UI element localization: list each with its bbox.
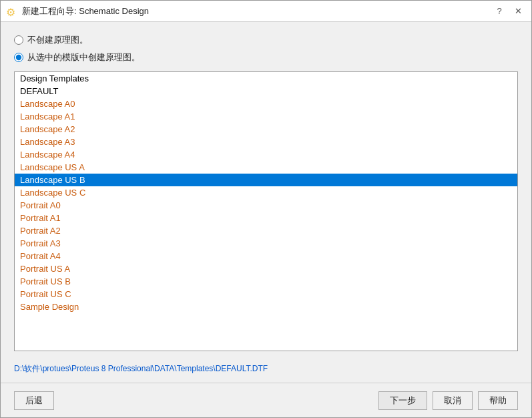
list-item[interactable]: Portrait A2 bbox=[15, 224, 517, 237]
list-item[interactable]: Portrait A1 bbox=[15, 212, 517, 224]
list-item[interactable]: Portrait A3 bbox=[15, 237, 517, 250]
next-button[interactable]: 下一步 bbox=[378, 391, 427, 410]
title-bar: ⚙ 新建工程向导: Schematic Design ? ✕ bbox=[1, 1, 531, 22]
list-item[interactable]: DEFAULT bbox=[15, 85, 517, 97]
radio-option1[interactable]: 不创建原理图。 bbox=[14, 34, 518, 46]
help-footer-button[interactable]: 帮助 bbox=[478, 391, 518, 410]
radio-option2[interactable]: 从选中的模版中创建原理图。 bbox=[14, 51, 518, 63]
list-item[interactable]: Landscape US C bbox=[15, 186, 517, 199]
list-item[interactable]: Landscape A2 bbox=[15, 123, 517, 136]
main-window: ⚙ 新建工程向导: Schematic Design ? ✕ 不创建原理图。 从… bbox=[0, 0, 532, 418]
window-title: 新建工程向导: Schematic Design bbox=[22, 5, 149, 17]
title-bar-right: ? ✕ bbox=[491, 5, 526, 18]
list-item[interactable]: Portrait A4 bbox=[15, 250, 517, 262]
content-area: 不创建原理图。 从选中的模版中创建原理图。 Design TemplatesDE… bbox=[1, 22, 531, 383]
radio-input-option1[interactable] bbox=[14, 35, 23, 45]
footer: 后退 下一步 取消 帮助 bbox=[1, 383, 531, 417]
list-item[interactable]: Landscape A0 bbox=[15, 97, 517, 110]
footer-left-buttons: 后退 bbox=[14, 391, 54, 410]
cancel-button[interactable]: 取消 bbox=[433, 391, 473, 410]
window-icon: ⚙ bbox=[6, 6, 17, 17]
back-button[interactable]: 后退 bbox=[14, 391, 54, 410]
list-item[interactable]: Landscape A3 bbox=[15, 136, 517, 148]
radio-group: 不创建原理图。 从选中的模版中创建原理图。 bbox=[14, 34, 518, 63]
help-button[interactable]: ? bbox=[491, 5, 507, 18]
list-item[interactable]: Sample Design bbox=[15, 300, 517, 313]
list-item[interactable]: Design Templates bbox=[15, 72, 517, 85]
list-item[interactable]: Landscape A4 bbox=[15, 148, 517, 161]
radio-label-option2: 从选中的模版中创建原理图。 bbox=[27, 51, 140, 63]
list-item[interactable]: Landscape US A bbox=[15, 161, 517, 174]
list-item[interactable]: Landscape US B bbox=[15, 174, 517, 186]
list-item[interactable]: Portrait US A bbox=[15, 262, 517, 275]
footer-right-buttons: 下一步 取消 帮助 bbox=[378, 391, 518, 410]
list-item[interactable]: Portrait A0 bbox=[15, 199, 517, 212]
close-button[interactable]: ✕ bbox=[510, 5, 526, 18]
list-item[interactable]: Portrait US C bbox=[15, 288, 517, 300]
list-item[interactable]: Landscape A1 bbox=[15, 110, 517, 123]
path-display: D:\软件\protues\Proteus 8 Professional\DAT… bbox=[14, 359, 518, 376]
title-bar-left: ⚙ 新建工程向导: Schematic Design bbox=[6, 5, 149, 17]
radio-label-option1: 不创建原理图。 bbox=[27, 34, 88, 46]
radio-input-option2[interactable] bbox=[14, 53, 23, 62]
list-item[interactable]: Portrait US B bbox=[15, 275, 517, 288]
template-list[interactable]: Design TemplatesDEFAULTLandscape A0Lands… bbox=[14, 71, 518, 351]
